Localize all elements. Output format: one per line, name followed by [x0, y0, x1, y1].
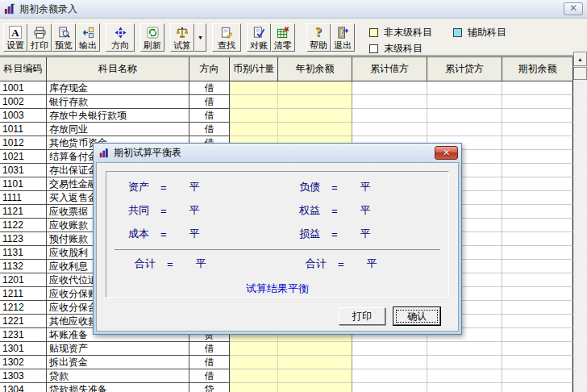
cell-dir[interactable]: 借	[189, 95, 230, 109]
refresh-button[interactable]: 刷新	[140, 23, 164, 52]
preview-button[interactable]: 预览	[52, 23, 76, 52]
cell-value[interactable]	[230, 95, 278, 109]
cell-value[interactable]	[502, 164, 573, 177]
dialog-print-button[interactable]: 打印	[339, 307, 385, 325]
cell-value[interactable]	[502, 383, 573, 392]
cell-dir[interactable]: 借	[189, 81, 230, 95]
cell-code[interactable]: 1101	[0, 177, 47, 191]
cell-name[interactable]: 存放同业	[47, 123, 189, 136]
cell-value[interactable]	[502, 273, 573, 287]
cell-value[interactable]	[427, 342, 502, 356]
cell-code[interactable]: 1131	[0, 246, 47, 260]
scrollbar-thumb[interactable]	[573, 67, 587, 80]
cell-value[interactable]	[278, 109, 352, 123]
cell-value[interactable]	[502, 232, 573, 246]
cell-value[interactable]	[352, 369, 427, 383]
settings-button[interactable]: A 设置	[3, 23, 27, 52]
cell-value[interactable]	[352, 123, 427, 136]
cell-value[interactable]	[502, 109, 573, 123]
cell-code[interactable]: 1201	[0, 273, 47, 287]
cell-name[interactable]: 存放中央银行款项	[47, 109, 189, 123]
cell-value[interactable]	[502, 287, 573, 301]
cell-value[interactable]	[278, 342, 352, 356]
cell-value[interactable]	[352, 95, 427, 109]
cell-code[interactable]: 1122	[0, 219, 47, 232]
cell-code[interactable]: 1011	[0, 123, 47, 136]
cell-code[interactable]: 1001	[0, 81, 47, 95]
cell-value[interactable]	[427, 356, 502, 369]
cell-value[interactable]	[427, 109, 502, 123]
cell-value[interactable]	[502, 136, 573, 150]
cell-code[interactable]: 1302	[0, 356, 47, 369]
cell-value[interactable]	[502, 342, 573, 356]
dialog-confirm-button[interactable]: 确认	[393, 307, 440, 325]
cell-value[interactable]	[502, 328, 573, 342]
cell-value[interactable]	[502, 301, 573, 315]
cell-name[interactable]: 库存现金	[47, 81, 189, 95]
dialog-close-button[interactable]: ✕	[435, 146, 458, 160]
exit-button[interactable]: 退出	[331, 23, 355, 52]
cell-code[interactable]: 1211	[0, 287, 47, 301]
reconcile-button[interactable]: 对账	[247, 23, 271, 52]
cell-value[interactable]	[427, 95, 502, 109]
cell-value[interactable]	[352, 81, 427, 95]
cell-code[interactable]: 1123	[0, 232, 47, 246]
cell-value[interactable]	[502, 95, 573, 109]
cell-value[interactable]	[427, 369, 502, 383]
cell-value[interactable]	[502, 260, 573, 273]
cell-code[interactable]: 1304	[0, 383, 47, 392]
cell-code[interactable]: 1012	[0, 136, 47, 150]
cell-code[interactable]: 1301	[0, 342, 47, 356]
cell-code[interactable]: 1031	[0, 164, 47, 177]
cell-dir[interactable]: 贷	[189, 383, 230, 392]
cell-code[interactable]: 1003	[0, 109, 47, 123]
cell-value[interactable]	[502, 356, 573, 369]
scroll-up-icon[interactable]: ▲	[573, 52, 587, 66]
cell-value[interactable]	[278, 123, 352, 136]
cell-value[interactable]	[230, 109, 278, 123]
cell-value[interactable]	[502, 205, 573, 219]
vertical-scrollbar[interactable]: ▲	[573, 52, 587, 392]
cell-value[interactable]	[502, 369, 573, 383]
cell-code[interactable]: 1021	[0, 150, 47, 164]
clear-button[interactable]: 清零	[271, 23, 295, 52]
cell-value[interactable]	[278, 383, 352, 392]
cell-name[interactable]: 拆出资金	[47, 356, 189, 369]
cell-code[interactable]: 1002	[0, 95, 47, 109]
cell-value[interactable]	[427, 383, 502, 392]
find-button[interactable]: 查找	[212, 23, 241, 52]
cell-code[interactable]: 1111	[0, 191, 47, 205]
cell-value[interactable]	[502, 315, 573, 328]
cell-value[interactable]	[278, 95, 352, 109]
export-button[interactable]: 输出	[76, 23, 100, 52]
cell-value[interactable]	[502, 219, 573, 232]
cell-value[interactable]	[427, 123, 502, 136]
cell-value[interactable]	[230, 356, 278, 369]
help-button[interactable]: ? 帮助	[306, 23, 331, 52]
cell-dir[interactable]: 借	[189, 109, 230, 123]
cell-value[interactable]	[502, 123, 573, 136]
cell-code[interactable]: 1221	[0, 315, 47, 328]
trial-balance-button[interactable]: 试算	[170, 23, 194, 52]
cell-dir[interactable]: 借	[189, 342, 230, 356]
cell-value[interactable]	[502, 81, 573, 95]
cell-value[interactable]	[278, 81, 352, 95]
cell-value[interactable]	[230, 383, 278, 392]
cell-value[interactable]	[352, 342, 427, 356]
cell-name[interactable]: 银行存款	[47, 95, 189, 109]
cell-name[interactable]: 贴现资产	[47, 342, 189, 356]
cell-value[interactable]	[352, 356, 427, 369]
cell-value[interactable]	[230, 81, 278, 95]
cell-dir[interactable]: 借	[189, 369, 230, 383]
cell-value[interactable]	[352, 383, 427, 392]
cell-value[interactable]	[502, 150, 573, 164]
cell-value[interactable]	[278, 356, 352, 369]
cell-dir[interactable]: 借	[189, 356, 230, 369]
print-button[interactable]: 打印	[27, 23, 52, 52]
direction-button[interactable]: 方向	[106, 23, 135, 52]
cell-value[interactable]	[230, 369, 278, 383]
cell-value[interactable]	[230, 342, 278, 356]
cell-value[interactable]	[427, 81, 502, 95]
cell-value[interactable]	[278, 369, 352, 383]
cell-name[interactable]: 贷款损失准备	[47, 383, 189, 392]
